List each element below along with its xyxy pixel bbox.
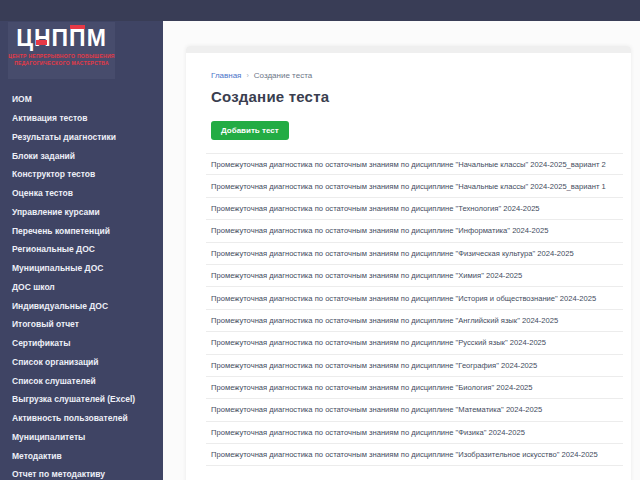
test-list-item[interactable]: Промежуточная диагностика по остаточным … [206, 287, 623, 309]
sidebar-item[interactable]: Список организаций [0, 353, 163, 372]
breadcrumb: Главная › Создание теста [211, 71, 631, 80]
content-card: Главная › Создание теста Создание теста … [186, 46, 631, 480]
sidebar-item[interactable]: Оценка тестов [0, 184, 163, 203]
sidebar-item[interactable]: Активность пользователей [0, 409, 163, 428]
logo-subtitle-line2: ПЕДАГОГИЧЕСКОГО МАСТЕРСТВА [8, 60, 115, 67]
test-list-item[interactable]: Промежуточная диагностика по остаточным … [206, 153, 623, 175]
sidebar-item[interactable]: Перечень компетенций [0, 221, 163, 240]
sidebar-item[interactable]: Методактив [0, 446, 163, 465]
sidebar-menu: ИОМАктивация тестовРезультаты диагностик… [0, 90, 163, 480]
logo-subtitle: ЦЕНТР НЕПРЕРЫВНОГО ПОВЫШЕНИЯ ПЕДАГОГИЧЕС… [8, 53, 115, 67]
sidebar-item[interactable]: Итоговый отчет [0, 315, 163, 334]
test-list-item[interactable]: Промежуточная диагностика по остаточным … [206, 444, 623, 466]
page-title: Создание теста [211, 88, 631, 105]
sidebar-item[interactable]: Активация тестов [0, 109, 163, 128]
card-top-strip [186, 46, 631, 53]
sidebar-item[interactable]: Муниципальные ДОС [0, 259, 163, 278]
test-list-item[interactable]: Промежуточная диагностика по остаточным … [206, 220, 623, 242]
sidebar-item[interactable]: Выгрузка слушателей (Excel) [0, 390, 163, 409]
breadcrumb-separator: › [246, 72, 248, 79]
logo-red-accent-top [70, 25, 85, 29]
breadcrumb-current: Создание теста [254, 71, 312, 80]
test-list-item[interactable]: Промежуточная диагностика по остаточным … [206, 332, 623, 354]
test-list-item[interactable]: Промежуточная диагностика по остаточным … [206, 243, 623, 265]
logo[interactable]: ЦНППМ ЦЕНТР НЕПРЕРЫВНОГО ПОВЫШЕНИЯ ПЕДАГ… [8, 22, 115, 79]
main-content: Главная › Создание теста Создание теста … [163, 21, 640, 480]
sidebar: ЦНППМ ЦЕНТР НЕПРЕРЫВНОГО ПОВЫШЕНИЯ ПЕДАГ… [0, 21, 163, 480]
test-list-item[interactable]: Промежуточная диагностика по остаточным … [206, 175, 623, 197]
test-list-item[interactable]: Промежуточная диагностика по остаточным … [206, 310, 623, 332]
sidebar-item[interactable]: Отчет по методактиву [0, 465, 163, 480]
test-list-item[interactable]: Промежуточная диагностика по остаточным … [206, 198, 623, 220]
sidebar-item[interactable]: Блоки заданий [0, 146, 163, 165]
test-list-item[interactable]: Промежуточная диагностика по остаточным … [206, 265, 623, 287]
sidebar-item[interactable]: Список слушателей [0, 371, 163, 390]
test-list-item[interactable]: Промежуточная диагностика по остаточным … [206, 422, 623, 444]
sidebar-item[interactable]: Результаты диагностики [0, 128, 163, 147]
logo-red-accent-mid [36, 40, 47, 45]
add-test-button[interactable]: Добавить тест [211, 121, 289, 140]
test-list-item[interactable]: Промежуточная диагностика по остаточным … [206, 355, 623, 377]
test-list-item[interactable]: Промежуточная диагностика по остаточным … [206, 399, 623, 421]
sidebar-item[interactable]: Муниципалитеты [0, 428, 163, 447]
sidebar-item[interactable]: Конструктор тестов [0, 165, 163, 184]
test-list-item[interactable]: Промежуточная диагностика по остаточным … [206, 377, 623, 399]
breadcrumb-home-link[interactable]: Главная [211, 71, 241, 80]
sidebar-item[interactable]: Индивидуальные ДОС [0, 296, 163, 315]
sidebar-item[interactable]: Управление курсами [0, 203, 163, 222]
sidebar-item[interactable]: Региональные ДОС [0, 240, 163, 259]
sidebar-item[interactable]: Сертификаты [0, 334, 163, 353]
sidebar-item[interactable]: ДОС школ [0, 278, 163, 297]
logo-subtitle-line1: ЦЕНТР НЕПРЕРЫВНОГО ПОВЫШЕНИЯ [8, 53, 115, 60]
top-bar [0, 0, 640, 21]
sidebar-item[interactable]: ИОМ [0, 90, 163, 109]
logo-text: ЦНППМ [8, 22, 115, 50]
test-list: Промежуточная диагностика по остаточным … [206, 153, 623, 466]
